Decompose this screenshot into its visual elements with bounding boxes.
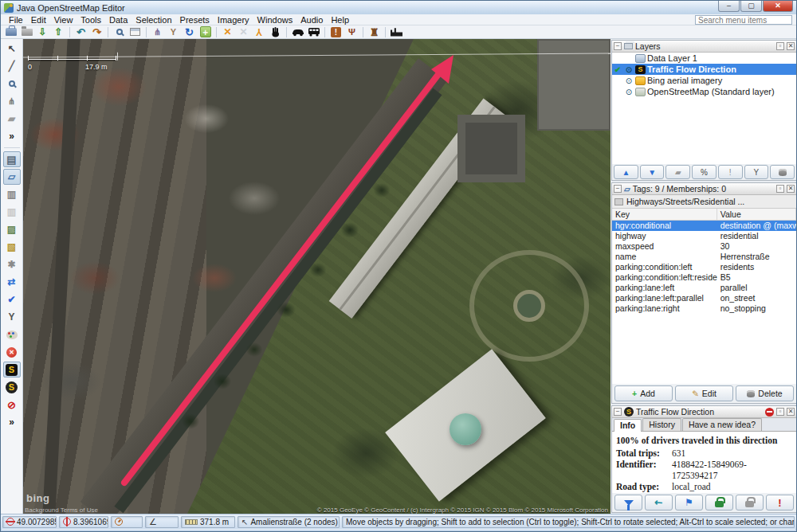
validator-dialog-toggle[interactable]: ✔ — [3, 291, 21, 307]
collapse-icon[interactable]: − — [614, 408, 622, 416]
reopen-button[interactable] — [736, 495, 764, 510]
minimize-button[interactable]: – — [718, 1, 740, 12]
menu-presets[interactable]: Presets — [176, 15, 214, 25]
search-menu-input[interactable] — [695, 15, 792, 25]
layer-down-button[interactable]: ▼ — [640, 165, 665, 179]
tags-dialog-toggle[interactable]: ▱ — [3, 169, 21, 185]
more-dialogs-button[interactable]: » — [3, 414, 21, 430]
menu-windows[interactable]: Windows — [253, 15, 297, 25]
layers-dialog-toggle[interactable]: ▤ — [3, 151, 21, 167]
menu-file[interactable]: File — [5, 15, 27, 25]
send-button[interactable]: ↖ — [645, 495, 673, 510]
notes-dialog-toggle[interactable]: ✕ — [3, 344, 21, 360]
menu-selection[interactable]: Selection — [132, 15, 175, 25]
conflict-dialog-toggle[interactable]: ▥ — [3, 204, 21, 220]
download-button[interactable]: ⇩ — [35, 25, 50, 38]
tag-row[interactable]: parking:lane:left:parallelon_street — [612, 293, 796, 303]
styles-button[interactable]: Y — [166, 25, 181, 38]
background-terms-link[interactable]: Background Terms of Use — [25, 507, 98, 514]
collapse-icon[interactable]: − — [614, 185, 622, 193]
filter-trips-button[interactable] — [614, 495, 642, 510]
solve-button[interactable] — [705, 495, 733, 510]
more-modes-button[interactable]: » — [3, 128, 21, 144]
close-panel-icon[interactable]: ✕ — [787, 185, 795, 193]
upload-button[interactable]: ⇧ — [51, 25, 66, 38]
layer-delete-button[interactable] — [770, 165, 795, 179]
menu-data[interactable]: Data — [105, 15, 132, 25]
pan-button[interactable] — [268, 25, 283, 38]
selection-dialog-toggle[interactable]: ▥ — [3, 186, 21, 202]
mappaint-dialog-toggle[interactable] — [3, 327, 21, 342]
industrial-presets-button[interactable] — [389, 25, 404, 38]
scout-traffic-toggle[interactable]: S — [3, 379, 21, 395]
restrictions-toggle[interactable]: ⊘ — [3, 397, 21, 413]
draw-tool[interactable]: ╱ — [3, 58, 21, 74]
sync-button[interactable]: ↻ — [182, 25, 197, 38]
tag-row[interactable]: parking:condition:leftresidents — [612, 262, 796, 272]
visibility-eye-icon[interactable]: ⊙ — [624, 65, 634, 74]
select-tool[interactable]: ↖ — [3, 41, 21, 57]
amenity-presets-button[interactable]: Ψ — [344, 25, 359, 38]
collapse-icon[interactable]: − — [614, 42, 622, 50]
sticky-icon[interactable]: ▫ — [776, 408, 784, 416]
layer-opacity-button[interactable]: % — [692, 165, 717, 179]
close-button[interactable]: ✕ — [763, 1, 793, 12]
delete-tag-button[interactable]: Delete — [736, 385, 794, 401]
sticky-icon[interactable]: ▫ — [776, 185, 784, 193]
authors-dialog-toggle[interactable]: ▧ — [3, 239, 21, 255]
layer-row-osm[interactable]: ⊙ OpenStreetMap (Standard layer) — [612, 86, 796, 97]
close-panel-icon[interactable]: ✕ — [787, 408, 795, 416]
layer-up-button[interactable]: ▲ — [614, 165, 638, 179]
visibility-eye-icon[interactable]: ⊙ — [624, 88, 634, 96]
menu-view[interactable]: View — [50, 15, 77, 25]
command-stack-toggle[interactable]: ✱ — [3, 256, 21, 272]
layer-row-data[interactable]: Data Layer 1 — [612, 53, 796, 64]
undo-button[interactable]: ↶ — [73, 25, 88, 38]
tag-row[interactable]: parking:condition:left:residentsB5 — [612, 272, 796, 283]
edit-tag-button[interactable]: ✎ Edit — [675, 385, 733, 401]
visibility-eye-icon[interactable]: ⊙ — [624, 76, 634, 85]
close-panel-icon[interactable]: ✕ — [787, 42, 795, 50]
preferences-button[interactable] — [128, 25, 143, 38]
flag-button[interactable]: ⚑ — [675, 495, 703, 510]
tab-history[interactable]: History — [642, 418, 681, 431]
tag-row[interactable]: nameHerrenstraße — [612, 252, 796, 262]
layer-activate-button[interactable]: ! — [718, 165, 743, 179]
key-column-header[interactable]: Key — [612, 209, 717, 220]
invalidate-button[interactable]: ! — [766, 495, 794, 510]
layer-merge-button[interactable]: Y — [744, 165, 769, 179]
map-view[interactable]: 0 17.9 m bing Background Terms of Use © … — [23, 39, 611, 515]
merge-nodes-button[interactable]: ✕ — [236, 25, 251, 38]
layer-visibility-button[interactable]: ▰ — [665, 165, 690, 179]
filter-dialog-toggle[interactable]: Y — [3, 309, 21, 325]
bus-routes-button[interactable] — [306, 25, 321, 38]
minimap-dialog-toggle[interactable]: ▨ — [3, 221, 21, 237]
redo-button[interactable]: ↷ — [89, 25, 104, 38]
search-preferences-button[interactable] — [112, 25, 127, 38]
tag-row[interactable]: parking:lane:rightno_stopping — [612, 303, 796, 314]
open-button[interactable] — [19, 25, 34, 38]
add-tag-button[interactable]: + Add — [614, 385, 673, 401]
tab-info[interactable]: Info — [614, 419, 642, 432]
historic-presets-button[interactable]: ♜ — [367, 25, 382, 38]
menu-help[interactable]: Help — [327, 15, 353, 25]
menu-tools[interactable]: Tools — [77, 15, 105, 25]
relations-dialog-toggle[interactable]: ⇄ — [3, 274, 21, 290]
value-column-header[interactable]: Value — [717, 209, 796, 220]
layer-row-bing[interactable]: ⊙ Bing aerial imagery — [612, 75, 796, 86]
zoom-tool[interactable] — [3, 76, 21, 92]
preset-link[interactable]: Highways/Streets/Residential ... — [612, 195, 796, 209]
tag-row[interactable]: parking:lane:leftparallel — [612, 283, 796, 293]
unglue-button[interactable]: Y — [252, 25, 267, 38]
parallel-way-tool[interactable]: ▰ — [3, 111, 21, 127]
wireframe-button[interactable]: ⋔ — [150, 25, 165, 38]
warning-presets-button[interactable]: ! — [328, 25, 344, 38]
zoom-to-data-button[interactable]: ＋ — [198, 25, 213, 38]
maximize-button[interactable]: ▢ — [740, 1, 762, 12]
sticky-icon[interactable]: ▫ — [776, 42, 784, 50]
tab-new-idea[interactable]: Have a new idea? — [682, 418, 762, 431]
improve-way-tool[interactable]: ⋔ — [3, 93, 21, 109]
report-problem-icon[interactable] — [765, 408, 774, 417]
menu-imagery[interactable]: Imagery — [214, 15, 253, 25]
tag-row[interactable]: hgv:conditionaldestination @ (maxweight … — [612, 221, 796, 231]
